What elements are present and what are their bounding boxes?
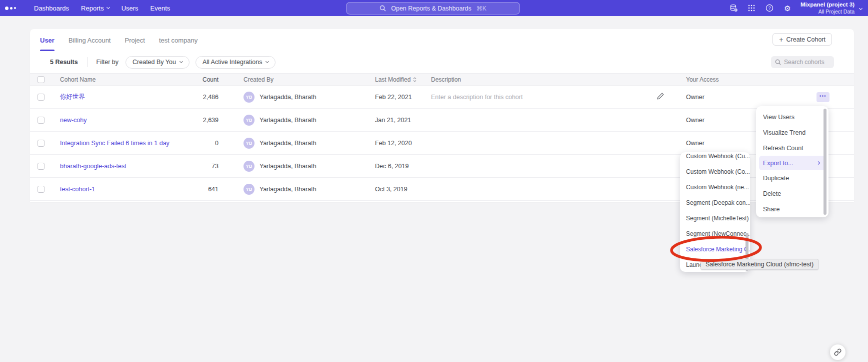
col-last-modified[interactable]: Last Modified	[375, 76, 431, 83]
tab-test-company[interactable]: test company	[159, 29, 198, 51]
link-icon	[834, 348, 842, 356]
created-by-name: Yarlagadda, Bharath	[260, 117, 316, 124]
select-all-checkbox[interactable]	[38, 76, 44, 83]
chevron-down-icon	[266, 60, 269, 63]
submenu-custom-webhook-2[interactable]: Custom Webhook (Co...	[680, 164, 750, 179]
row-checkbox[interactable]	[38, 140, 44, 147]
created-by-name: Yarlagadda, Bharath	[260, 140, 316, 147]
table-header: Cohort Name Count Created By Last Modifi…	[30, 73, 854, 86]
submenu-custom-webhook-3[interactable]: Custom Webhook (ne...	[680, 179, 750, 195]
last-modified-date: Feb 22, 2021	[375, 94, 431, 101]
submenu-segment-2[interactable]: Segment (MichelleTest)	[680, 210, 750, 226]
cohort-name-link[interactable]: new-cohy	[60, 117, 190, 124]
submenu-segment-3[interactable]: Segment (NewConnec...	[680, 226, 750, 241]
table-row: Integration Sync Failed 6 times in 1 day…	[30, 132, 854, 155]
last-modified-date: Feb 12, 2020	[375, 140, 431, 147]
menu-refresh-count-label: Refresh Count	[763, 145, 804, 152]
nav-users-label: Users	[122, 5, 138, 12]
cohort-name-link[interactable]: bharath-google-ads-test	[60, 163, 190, 170]
project-scope: All Project Data	[800, 9, 854, 15]
cohort-search-box[interactable]	[771, 56, 834, 68]
row-checkbox[interactable]	[38, 94, 44, 101]
cohort-name-link[interactable]: 你好世界	[60, 93, 190, 101]
access-value: Owner	[686, 94, 816, 101]
settings-gear-icon[interactable]: ⚙	[778, 5, 796, 12]
row-checkbox[interactable]	[38, 163, 44, 170]
menu-view-users[interactable]: View Users	[756, 109, 828, 125]
filter-by-label: Filter by	[96, 59, 118, 66]
edit-pencil-icon[interactable]	[656, 92, 664, 102]
tab-test-company-label: test company	[159, 37, 198, 44]
nav-events[interactable]: Events	[150, 5, 170, 12]
tab-user[interactable]: User	[40, 29, 54, 51]
cohort-count: 0	[215, 140, 218, 147]
submenu-item-label: Segment (MichelleTest)	[686, 215, 748, 222]
tab-project[interactable]: Project	[124, 29, 144, 51]
tab-billing-account[interactable]: Billing Account	[68, 29, 111, 51]
last-modified-date: Dec 6, 2019	[375, 163, 431, 170]
menu-delete[interactable]: Delete	[756, 186, 828, 201]
cohort-count: 641	[208, 186, 218, 193]
submenu-salesforce-marketing[interactable]: Salesforce Marketing C...	[680, 241, 750, 257]
nav-reports[interactable]: Reports	[81, 5, 110, 12]
menu-delete-label: Delete	[763, 190, 781, 197]
share-link-button[interactable]	[830, 344, 846, 360]
col-last-modified-label: Last Modified	[375, 76, 410, 83]
submenu-item-label: Segment (NewConnec...	[686, 230, 750, 237]
nav-dashboards[interactable]: Dashboards	[34, 5, 69, 12]
last-modified-date: Jan 21, 2021	[375, 117, 431, 124]
submenu-item-label: Custom Webhook (ne...	[686, 184, 749, 191]
menu-visualize-trend[interactable]: Visualize Trend	[756, 125, 828, 140]
row-checkbox[interactable]	[38, 186, 44, 193]
row-more-button[interactable]: •••	[816, 92, 830, 102]
avatar: YB	[244, 184, 254, 195]
submenu-custom-webhook-1[interactable]: Custom Webhook (Cu...	[680, 152, 750, 164]
create-cohort-button[interactable]: + Create Cohort	[772, 33, 832, 46]
menu-refresh-count[interactable]: Refresh Count	[756, 140, 828, 156]
search-shortcut: ⌘K	[476, 5, 486, 12]
nav-events-label: Events	[150, 5, 170, 12]
col-count: Count	[202, 76, 218, 83]
help-icon[interactable]: ?	[760, 4, 778, 12]
project-switcher[interactable]: Mixpanel (project 3) All Project Data	[800, 2, 854, 15]
created-by-name: Yarlagadda, Bharath	[260, 186, 316, 193]
submenu-item-label: Salesforce Marketing C...	[686, 246, 750, 253]
integrations-filter-label: All Active Integrations	[202, 59, 262, 66]
project-chevron-down-icon[interactable]	[859, 6, 862, 10]
chevron-down-icon	[180, 60, 183, 63]
menu-export-to[interactable]: Export to...	[759, 156, 826, 170]
menu-export-to-label: Export to...	[763, 160, 793, 167]
tab-user-label: User	[40, 37, 54, 44]
ellipsis-icon: •••	[820, 94, 826, 99]
top-navbar: Dashboards Reports Users Events Open Rep…	[0, 0, 868, 16]
tab-billing-account-label: Billing Account	[68, 37, 111, 44]
cohort-name-link[interactable]: test-cohort-1	[60, 186, 190, 193]
data-management-icon[interactable]	[724, 4, 742, 13]
results-count: 5 Results	[50, 59, 78, 66]
menu-view-users-label: View Users	[763, 114, 794, 121]
menu-share[interactable]: Share	[756, 201, 828, 217]
global-search-bar[interactable]: Open Reports & Dashboards ⌘K	[346, 2, 520, 15]
col-your-access: Your Access	[686, 76, 816, 83]
submenu-segment-1[interactable]: Segment (Deepak con...	[680, 195, 750, 210]
menu-share-label: Share	[763, 206, 780, 213]
table-row: new-cohy 2,639 YB Yarlagadda, Bharath Ja…	[30, 109, 854, 132]
search-icon	[380, 5, 386, 12]
apps-grid-icon[interactable]	[742, 5, 760, 12]
menu-duplicate-label: Duplicate	[763, 175, 789, 182]
created-by-filter[interactable]: Created By You	[126, 56, 190, 69]
export-submenu: Custom Webhook (Cu... Custom Webhook (Co…	[680, 152, 750, 272]
menu-duplicate[interactable]: Duplicate	[756, 170, 828, 186]
cohort-name-link[interactable]: Integration Sync Failed 6 times in 1 day	[60, 140, 190, 147]
integrations-filter[interactable]: All Active Integrations	[196, 56, 276, 69]
col-created-by: Created By	[218, 76, 375, 83]
menu-scrollbar[interactable]	[824, 109, 826, 215]
cohort-search-input[interactable]	[784, 59, 829, 66]
avatar: YB	[244, 92, 254, 103]
description-placeholder[interactable]: Enter a description for this cohort	[431, 94, 522, 101]
row-checkbox[interactable]	[38, 117, 44, 124]
mixpanel-logo-icon[interactable]	[5, 7, 22, 10]
tab-project-label: Project	[124, 37, 144, 44]
nav-users[interactable]: Users	[122, 5, 138, 12]
tabs-row: User Billing Account Project test compan…	[30, 29, 854, 51]
